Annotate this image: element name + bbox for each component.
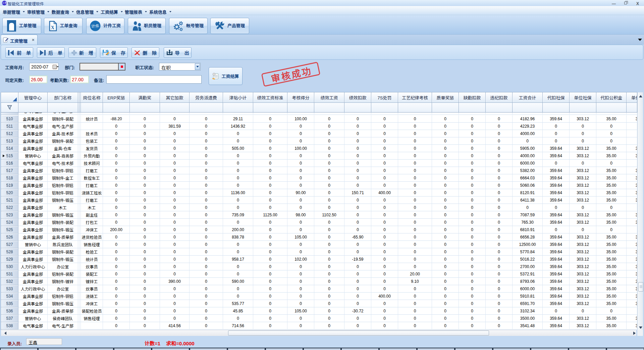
svg-text:计件: 计件 (91, 23, 99, 29)
svg-text:X: X (51, 25, 55, 30)
